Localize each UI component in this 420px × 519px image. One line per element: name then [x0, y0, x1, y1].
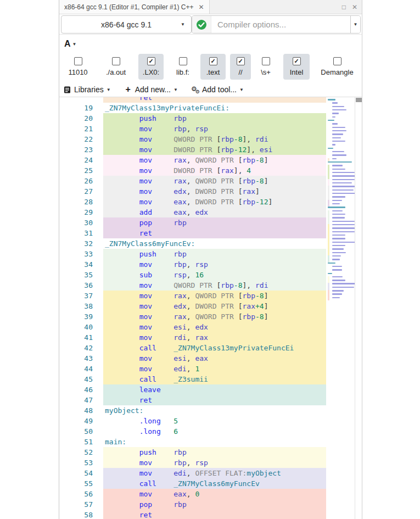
minimap-line	[328, 207, 345, 208]
line-number: 27	[59, 186, 103, 197]
vertical-scrollbar[interactable]	[355, 97, 362, 519]
compiler-options-input[interactable]	[211, 16, 350, 33]
minimap-line	[332, 290, 344, 292]
asm-text: ret	[103, 395, 326, 405]
add-tool-button[interactable]: ⚙⚙Add tool...▼	[191, 85, 244, 94]
asm-line: 53 mov rbp, rsp	[59, 457, 326, 468]
line-number: 35	[59, 270, 103, 280]
asm-line: 22 mov QWORD PTR [rbp-8], rdi	[59, 134, 326, 144]
asm-text: mov edx, DWORD PTR [rax]	[103, 186, 326, 197]
output-filters: 11010./a.out✓.LX0:lib.f:✓.text✓//\s+✓Int…	[59, 53, 362, 82]
line-number: 42	[59, 343, 103, 353]
chevron-down-icon: ▼	[239, 88, 244, 92]
line-number: 37	[59, 291, 103, 301]
minimap-line	[332, 221, 355, 222]
font-size-button[interactable]: A ▼	[64, 40, 76, 48]
minimap-line	[332, 106, 344, 108]
line-number: 49	[59, 416, 103, 426]
filter-label: .text	[206, 68, 220, 76]
filter-11010[interactable]: 11010	[62, 54, 94, 80]
minimap-line	[332, 109, 346, 111]
filter-demangle[interactable]: Demangle	[317, 54, 357, 80]
scrollbar-slider[interactable]	[356, 98, 362, 102]
minimap-line	[332, 227, 355, 229]
filter-label: Intel	[290, 68, 304, 76]
line-number: 36	[59, 280, 103, 291]
line-number: 20	[59, 113, 103, 124]
checkbox-icon[interactable]	[179, 57, 187, 65]
filter-label: .LX0:	[143, 68, 159, 76]
line-number: 43	[59, 353, 103, 364]
filter-text[interactable]: ✓.text	[200, 54, 226, 80]
minimap-decoration	[328, 158, 329, 161]
action-label: Add new...	[135, 85, 171, 94]
action-label: Libraries	[74, 85, 104, 94]
filter-intel[interactable]: ✓Intel	[283, 54, 310, 80]
line-number: 58	[59, 510, 103, 519]
checkbox-icon[interactable]	[112, 57, 120, 65]
line-number: 41	[59, 332, 103, 343]
asm-line: 21 mov rbp, rsp	[59, 124, 326, 134]
filter-s[interactable]: \s+	[254, 54, 277, 80]
asm-editor[interactable]: ret 19_ZN7MyClass13myPrivateFuncEi:20 pu…	[59, 97, 362, 519]
close-icon[interactable]: ✕	[352, 3, 357, 11]
asm-line: 54 mov edi, OFFSET FLAT:myObject	[59, 468, 326, 478]
minimap-decoration	[328, 165, 329, 178]
line-number: 31	[59, 228, 103, 238]
filter-lx0[interactable]: ✓.LX0:	[138, 54, 164, 80]
filter-label: //	[238, 68, 242, 76]
checkbox-icon[interactable]: ✓	[209, 57, 217, 65]
minimap-line	[332, 151, 344, 153]
asm-line: 35 sub rsp, 16	[59, 270, 326, 280]
asm-text: call _Z3sumii	[103, 374, 326, 384]
minimap[interactable]	[328, 97, 355, 519]
asm-lines: ret 19_ZN7MyClass13myPrivateFuncEi:20 pu…	[59, 97, 326, 519]
line-number: 46	[59, 384, 103, 395]
tab-close-icon[interactable]: ✕	[198, 3, 204, 11]
checkbox-icon[interactable]	[74, 57, 82, 65]
minimap-line	[328, 263, 335, 264]
checkbox-icon[interactable]: ✓	[237, 57, 245, 65]
checkbox-icon[interactable]: ✓	[147, 57, 155, 65]
pane-tab-bar: x86-64 gcc 9.1 (Editor #1, Compiler #1) …	[59, 0, 362, 14]
checkbox-icon[interactable]	[262, 57, 270, 65]
checkbox-icon[interactable]: ✓	[293, 57, 301, 65]
minimap-line	[332, 248, 344, 250]
asm-text: mov rbp, rsp	[103, 457, 326, 468]
filter-[interactable]: ✓//	[230, 54, 251, 80]
chevron-down-icon: ▼	[107, 88, 111, 92]
libraries-button[interactable]: Libraries▼	[63, 85, 111, 94]
asm-line: 50 .long 6	[59, 426, 326, 437]
compiler-pane: x86-64 gcc 9.1 (Editor #1, Compiler #1) …	[59, 0, 362, 519]
minimap-line	[332, 141, 345, 142]
asm-line: 45 call _Z3sumii	[59, 374, 326, 384]
maximize-icon[interactable]: □	[342, 3, 346, 11]
asm-text: pop rbp	[103, 217, 326, 228]
options-dropdown-button[interactable]: ▼	[350, 16, 360, 33]
line-number: 54	[59, 468, 103, 478]
minimap-line	[332, 259, 340, 260]
action-label: Add tool...	[202, 85, 237, 94]
add-new-button[interactable]: +Add new...▼	[124, 85, 178, 94]
chevron-down-icon: ▼	[181, 23, 185, 27]
minimap-line	[332, 276, 343, 278]
line-number: 34	[59, 259, 103, 270]
asm-text: add eax, edx	[103, 207, 326, 217]
chevron-down-icon: ▼	[72, 42, 77, 47]
line-number: 21	[59, 124, 103, 134]
asm-text: mov eax, DWORD PTR [rbp-12]	[103, 197, 326, 207]
minimap-line	[332, 196, 345, 198]
green-check-icon	[196, 19, 207, 30]
line-number: 56	[59, 489, 103, 499]
compiler-select[interactable]: x86-64 gcc 9.1 ▼	[61, 15, 192, 34]
checkbox-icon[interactable]	[333, 57, 341, 65]
minimap-decoration	[328, 283, 329, 290]
line-number: 33	[59, 249, 103, 259]
compile-status	[192, 16, 211, 33]
compiler-tab[interactable]: x86-64 gcc 9.1 (Editor #1, Compiler #1) …	[59, 0, 210, 14]
filter-a-out[interactable]: ./a.out	[99, 54, 133, 80]
minimap-line	[332, 235, 345, 236]
filter-lib-f[interactable]: lib.f:	[170, 54, 196, 80]
pane-actions: Libraries▼+Add new...▼⚙⚙Add tool...▼	[59, 82, 362, 97]
line-number: 47	[59, 395, 103, 405]
